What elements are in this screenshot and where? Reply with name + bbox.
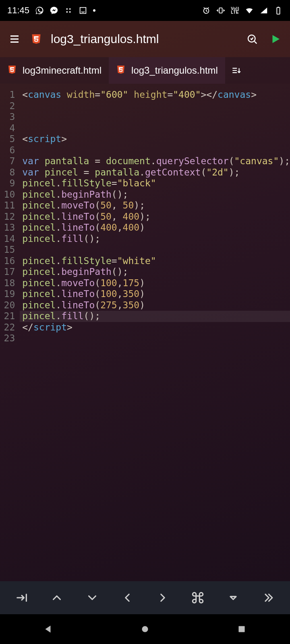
line-gutter: 1234567891011121314151617181920212223 — [0, 84, 20, 581]
nav-back-button[interactable] — [40, 621, 56, 637]
line-number: 17 — [0, 266, 15, 278]
notification-dot-icon — [93, 9, 95, 12]
status-right: Vo)) LTE — [202, 6, 283, 15]
svg-point-8 — [248, 35, 255, 42]
whatsapp-icon — [35, 6, 44, 15]
svg-point-1 — [69, 8, 71, 10]
right-button[interactable] — [151, 586, 175, 610]
code-area[interactable]: <canvas width="600" height="400"></canva… — [20, 84, 290, 581]
tab-label: log3_triangulos.html — [131, 65, 218, 76]
code-line[interactable]: pincel.beginPath(); — [22, 266, 290, 278]
code-line[interactable]: pincel.fillStyle="white" — [22, 256, 290, 267]
line-number: 23 — [0, 333, 15, 344]
code-line[interactable] — [22, 244, 290, 256]
left-button[interactable] — [115, 586, 139, 610]
android-nav-bar — [0, 614, 290, 644]
code-line[interactable]: pincel.fill(); — [20, 311, 290, 322]
line-number: 18 — [0, 278, 15, 289]
vibrate-icon — [216, 6, 225, 15]
svg-point-2 — [66, 11, 68, 13]
code-line[interactable] — [22, 145, 290, 156]
down-button[interactable] — [80, 586, 104, 610]
run-button[interactable] — [268, 32, 283, 46]
svg-point-9 — [142, 626, 148, 632]
wifi-icon — [245, 6, 254, 15]
volte-icon: Vo)) LTE — [231, 7, 239, 14]
code-line[interactable]: pincel.beginPath(); — [22, 189, 290, 200]
line-number: 15 — [0, 244, 15, 256]
tab-key-button[interactable] — [10, 586, 34, 610]
app-title: log3_triangulos.html — [51, 32, 236, 46]
line-number: 10 — [0, 189, 15, 200]
svg-point-3 — [69, 11, 71, 13]
nav-home-button[interactable] — [137, 621, 153, 637]
line-number: 14 — [0, 233, 15, 245]
tab-bar: log3minecraft.html log3_triangulos.html — [0, 57, 290, 84]
battery-icon — [274, 6, 283, 15]
line-number: 19 — [0, 289, 15, 300]
line-number: 6 — [0, 145, 15, 156]
editor-toolbar — [0, 581, 290, 614]
line-number: 4 — [0, 123, 15, 134]
code-line[interactable]: var pincel = pantalla.getContext("2d"); — [22, 167, 290, 178]
up-button[interactable] — [45, 586, 69, 610]
svg-rect-7 — [278, 7, 279, 8]
code-line[interactable]: <canvas width="600" height="400"></canva… — [22, 89, 290, 101]
svg-rect-10 — [238, 626, 244, 632]
code-line[interactable]: </script> — [22, 322, 290, 333]
code-line[interactable] — [22, 333, 290, 344]
menu-button[interactable] — [7, 32, 22, 46]
command-button[interactable] — [186, 586, 210, 610]
line-number: 7 — [0, 156, 15, 167]
code-line[interactable]: <script> — [22, 134, 290, 145]
alarm-icon — [202, 6, 211, 15]
code-line[interactable]: var pantalla = document.querySelector("c… — [22, 156, 290, 167]
html5-icon — [7, 65, 19, 76]
code-line[interactable]: pincel.moveTo(100,175) — [22, 278, 290, 289]
code-line[interactable]: pincel.moveTo(50, 50); — [22, 200, 290, 211]
signal-icon — [259, 6, 268, 15]
android-status-bar: 11:45 Vo)) LTE — [0, 0, 290, 21]
line-number: 2 — [0, 101, 15, 112]
code-editor[interactable]: 1234567891011121314151617181920212223 <c… — [0, 84, 290, 581]
app-icon — [64, 6, 73, 15]
more-button[interactable] — [256, 586, 280, 610]
code-line[interactable] — [22, 101, 290, 112]
tab-0[interactable]: log3minecraft.html — [0, 57, 109, 84]
line-number: 13 — [0, 222, 15, 233]
svg-point-0 — [66, 8, 68, 10]
tab-overflow-button[interactable] — [225, 57, 247, 84]
svg-rect-5 — [220, 8, 222, 13]
line-number: 9 — [0, 178, 15, 189]
line-number: 5 — [0, 134, 15, 145]
dropdown-button[interactable] — [221, 586, 245, 610]
line-number: 22 — [0, 322, 15, 333]
status-left: 11:45 — [7, 5, 95, 16]
tab-label: log3minecraft.html — [23, 65, 102, 76]
nav-recent-button[interactable] — [234, 621, 250, 637]
code-line[interactable] — [22, 111, 290, 123]
messenger-icon — [50, 6, 58, 15]
app-bar: log3_triangulos.html — [0, 21, 290, 57]
code-line[interactable]: pincel.lineTo(50, 400); — [22, 211, 290, 223]
line-number: 8 — [0, 167, 15, 178]
html5-icon — [116, 65, 127, 76]
line-number: 1 — [0, 89, 15, 101]
html5-icon — [31, 33, 42, 45]
code-line[interactable]: pincel.fillStyle="black" — [22, 178, 290, 189]
line-number: 16 — [0, 256, 15, 267]
find-button[interactable] — [245, 32, 259, 46]
code-line[interactable]: pincel.lineTo(400,400) — [22, 222, 290, 233]
code-line[interactable]: pincel.lineTo(100,350) — [22, 289, 290, 300]
line-number: 20 — [0, 300, 15, 311]
line-number: 12 — [0, 211, 15, 223]
inbox-icon — [79, 6, 87, 15]
tab-1[interactable]: log3_triangulos.html — [109, 57, 225, 84]
line-number: 3 — [0, 111, 15, 123]
line-number: 11 — [0, 200, 15, 211]
svg-rect-6 — [277, 8, 280, 14]
code-line[interactable]: pincel.lineTo(275,350) — [22, 300, 290, 311]
code-line[interactable] — [22, 123, 290, 134]
code-line[interactable]: pincel.fill(); — [22, 233, 290, 245]
status-clock: 11:45 — [7, 5, 29, 16]
